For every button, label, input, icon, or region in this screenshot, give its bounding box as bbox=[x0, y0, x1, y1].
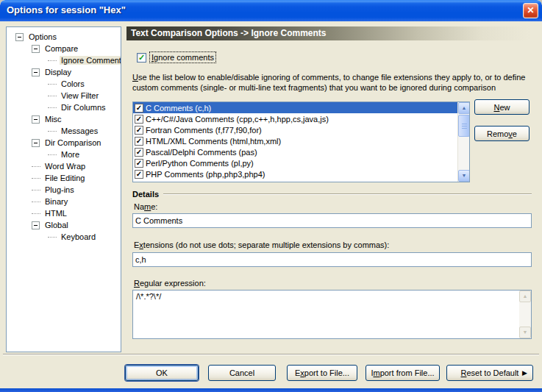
collapse-icon[interactable] bbox=[32, 221, 40, 229]
check-icon: ✓ bbox=[136, 138, 142, 145]
check-icon: ✓ bbox=[136, 149, 142, 156]
name-label: Name: bbox=[134, 202, 157, 211]
extensions-input[interactable] bbox=[132, 252, 532, 267]
ignore-comments-checkbox[interactable]: ✓ bbox=[137, 53, 146, 63]
reset-to-default-button[interactable]: Reset to Default ▶ bbox=[446, 365, 533, 381]
tree-connector bbox=[32, 213, 40, 214]
collapse-icon[interactable] bbox=[32, 139, 40, 147]
comment-types-list[interactable]: ✓ C Comments (c,h) ✓ C++/C#/Java Comment… bbox=[132, 101, 470, 182]
list-item-label: Pascal/Delphi Comments (pas) bbox=[146, 148, 257, 157]
list-item[interactable]: ✓ Fortran Comments (f,f77,f90,for) bbox=[133, 124, 469, 135]
tree-item-global[interactable]: Global bbox=[7, 219, 121, 231]
details-group-header: Details bbox=[132, 190, 532, 199]
tree-connector bbox=[48, 131, 57, 132]
section-header-title: Text Comparison Options -> Ignore Commen… bbox=[131, 28, 326, 38]
extensions-label: Extensions (do not use dots; separate mu… bbox=[134, 240, 389, 249]
tree-connector bbox=[48, 237, 57, 238]
ignore-comments-row: ✓ Ignore comments bbox=[137, 52, 215, 63]
list-item-label: C++/C#/Java Comments (cpp,c++,h,hpp,cs,j… bbox=[146, 115, 329, 124]
scroll-up-button[interactable]: ▲ bbox=[458, 102, 470, 114]
list-scrollbar[interactable]: ▲ ▼ bbox=[457, 102, 469, 182]
tree-item-options[interactable]: Options bbox=[7, 31, 121, 43]
tree-item-more[interactable]: More bbox=[7, 149, 121, 160]
import-from-file-button[interactable]: Import from File... bbox=[366, 365, 440, 381]
options-tree: Options Compare Ignore Comments Display … bbox=[6, 26, 121, 352]
scroll-down-icon: ▼ bbox=[462, 173, 467, 178]
tree-item-colors[interactable]: Colors bbox=[7, 78, 121, 90]
tree-item-display[interactable]: Display bbox=[7, 66, 121, 78]
tree-item-dir-comparison[interactable]: Dir Comparison bbox=[7, 137, 121, 149]
item-checkbox[interactable]: ✓ bbox=[135, 104, 143, 113]
list-item[interactable]: ✓ HTML/XML Comments (html,htm,xml) bbox=[133, 135, 469, 146]
thumb-grip-icon bbox=[462, 124, 467, 129]
tree-item-dir-columns[interactable]: Dir Columns bbox=[7, 101, 121, 113]
list-item[interactable]: ✓ Perl/Python Comments (pl,py) bbox=[133, 157, 469, 168]
list-item-label: PHP Comments (php,php3,php4) bbox=[146, 170, 265, 179]
tree-connector bbox=[48, 84, 57, 85]
check-icon: ✓ bbox=[136, 115, 142, 123]
menu-arrow-icon: ▶ bbox=[522, 369, 527, 377]
scrollbar-thumb[interactable] bbox=[458, 115, 470, 137]
item-checkbox[interactable]: ✓ bbox=[135, 126, 143, 135]
item-checkbox[interactable]: ✓ bbox=[135, 159, 143, 168]
group-divider bbox=[163, 193, 532, 195]
window-title: Options for session "Hex" bbox=[7, 4, 126, 15]
collapse-icon[interactable] bbox=[32, 68, 40, 76]
item-checkbox[interactable]: ✓ bbox=[135, 148, 143, 157]
regex-value[interactable]: /\*.*?\*/ bbox=[136, 292, 516, 301]
list-item-label: HTML/XML Comments (html,htm,xml) bbox=[146, 137, 281, 146]
tree-item-binary[interactable]: Binary bbox=[7, 196, 121, 207]
tree-item-html[interactable]: HTML bbox=[7, 207, 121, 219]
close-icon: ✕ bbox=[527, 5, 534, 15]
tree-item-keyboard[interactable]: Keyboard bbox=[7, 231, 121, 243]
list-item-label: Perl/Python Comments (pl,py) bbox=[146, 159, 254, 168]
check-icon: ✓ bbox=[136, 104, 142, 112]
regex-textarea[interactable]: /\*.*?\*/ ▲ ▼ bbox=[132, 290, 532, 339]
tree-item-misc[interactable]: Misc bbox=[7, 113, 121, 125]
item-checkbox[interactable]: ✓ bbox=[135, 170, 143, 179]
tree-connector bbox=[48, 107, 57, 108]
cancel-button[interactable]: Cancel bbox=[208, 365, 276, 381]
footer-divider bbox=[3, 354, 539, 355]
item-checkbox[interactable]: ✓ bbox=[135, 137, 143, 146]
check-icon: ✓ bbox=[138, 54, 145, 62]
tree-item-plug-ins[interactable]: Plug-ins bbox=[7, 184, 121, 196]
tree-item-messages[interactable]: Messages bbox=[7, 125, 121, 137]
tree-connector bbox=[32, 202, 40, 202]
title-bar[interactable]: Options for session "Hex" ✕ bbox=[0, 0, 542, 21]
scroll-up-button[interactable]: ▲ bbox=[519, 291, 531, 302]
close-button[interactable]: ✕ bbox=[523, 3, 538, 18]
scroll-down-icon: ▼ bbox=[523, 329, 528, 335]
collapse-icon[interactable] bbox=[32, 115, 40, 124]
list-item[interactable]: ✓ C Comments (c,h) bbox=[133, 102, 469, 113]
ignore-comments-label[interactable]: Ignore comments bbox=[150, 52, 215, 63]
tree-connector bbox=[32, 178, 40, 179]
details-title: Details bbox=[132, 190, 159, 199]
check-icon: ✓ bbox=[136, 171, 142, 178]
name-input[interactable] bbox=[132, 213, 532, 228]
tree-connector bbox=[48, 60, 57, 61]
regex-scrollbar[interactable]: ▲ ▼ bbox=[519, 291, 531, 338]
list-item[interactable]: ✓ C++/C#/Java Comments (cpp,c++,h,hpp,cs… bbox=[133, 113, 469, 124]
export-to-file-button[interactable]: Export to File... bbox=[287, 365, 357, 381]
new-button[interactable]: New bbox=[474, 99, 529, 115]
regex-label: Regular expression: bbox=[134, 279, 206, 288]
section-header: Text Comparison Options -> Ignore Commen… bbox=[126, 26, 532, 40]
ok-button[interactable]: OK bbox=[125, 365, 199, 381]
item-checkbox[interactable]: ✓ bbox=[135, 115, 143, 124]
tree-item-view-filter[interactable]: View Filter bbox=[7, 90, 121, 101]
check-icon: ✓ bbox=[136, 160, 142, 167]
tree-item-file-editing[interactable]: File Editing bbox=[7, 172, 121, 184]
tree-item-word-wrap[interactable]: Word Wrap bbox=[7, 160, 121, 172]
remove-button[interactable]: Remove bbox=[474, 126, 529, 141]
list-item-label: C Comments (c,h) bbox=[146, 104, 211, 113]
scroll-down-button[interactable]: ▼ bbox=[458, 170, 470, 182]
list-item[interactable]: ✓ PHP Comments (php,php3,php4) bbox=[133, 168, 469, 179]
scroll-down-button[interactable]: ▼ bbox=[519, 327, 531, 338]
collapse-icon[interactable] bbox=[15, 33, 24, 41]
collapse-icon[interactable] bbox=[32, 45, 40, 53]
tree-item-compare[interactable]: Compare bbox=[7, 43, 121, 54]
tree-item-ignore-comments[interactable]: Ignore Comments bbox=[7, 54, 121, 66]
check-icon: ✓ bbox=[136, 126, 142, 134]
list-item[interactable]: ✓ Pascal/Delphi Comments (pas) bbox=[133, 146, 469, 157]
